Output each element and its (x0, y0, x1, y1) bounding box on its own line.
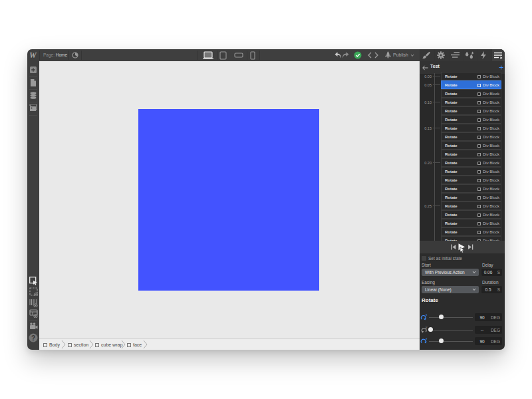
svg-text:x: x (426, 313, 428, 317)
svg-text:y: y (426, 326, 428, 329)
svg-text:z: z (426, 337, 428, 340)
svg-text:W: W (29, 51, 37, 59)
svg-text:?: ? (31, 334, 35, 342)
